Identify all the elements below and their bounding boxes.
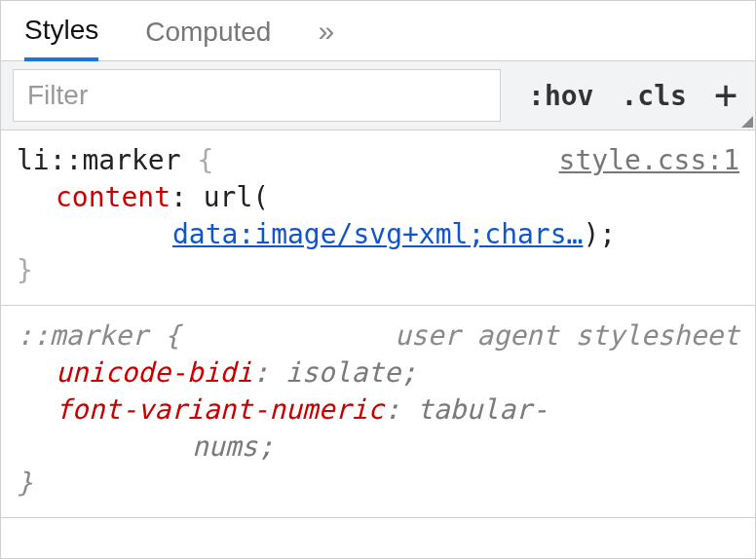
css-declaration[interactable]: content: url(	[56, 179, 739, 216]
semicolon: ;	[257, 430, 274, 463]
data-url-value: data:image/svg+xml;chars…	[172, 218, 583, 250]
cls-button[interactable]: .cls	[621, 80, 686, 112]
styles-panel: Styles Computed » :hov .cls + li::marker…	[0, 0, 756, 559]
more-icon[interactable]	[741, 116, 753, 128]
rule-props: content: url( data:image/svg+xml;chars…)…	[17, 179, 739, 253]
filter-input[interactable]	[13, 69, 501, 122]
new-style-rule-button[interactable]: +	[714, 75, 737, 116]
rule-block: ::marker { user agent stylesheet unicode…	[1, 306, 755, 518]
colon: :	[384, 393, 400, 426]
css-property-value: tabular-	[417, 393, 548, 426]
rule-props: unicode-bidi: isolate; font-variant-nume…	[17, 354, 739, 465]
css-property-value-cont: nums	[192, 430, 257, 463]
css-selector[interactable]: ::marker	[17, 319, 148, 352]
styles-toolbar: :hov .cls +	[1, 61, 755, 130]
colon: :	[252, 356, 269, 389]
toolbar-right: :hov .cls +	[501, 61, 755, 130]
hov-button[interactable]: :hov	[528, 80, 593, 112]
source-link[interactable]: style.css:1	[559, 142, 739, 179]
css-declaration[interactable]: font-variant-numeric: tabular-	[56, 391, 739, 429]
rule-header: li::marker { style.css:1	[17, 142, 739, 179]
rule-block: li::marker { style.css:1 content: url( d…	[1, 130, 755, 306]
data-url-link[interactable]: data:image/svg+xml;chars…);	[56, 216, 739, 253]
rules-list: li::marker { style.css:1 content: url( d…	[1, 130, 755, 558]
tab-computed[interactable]: Computed	[145, 3, 271, 59]
url-keyword: url(	[204, 181, 269, 213]
tab-styles[interactable]: Styles	[24, 1, 98, 61]
css-selector[interactable]: li::marker	[17, 144, 181, 176]
semicolon: ;	[400, 356, 417, 389]
css-declaration[interactable]: unicode-bidi: isolate;	[56, 354, 739, 391]
tabs-overflow-icon[interactable]: »	[318, 15, 334, 48]
brace-open: {	[197, 144, 213, 176]
tabbar: Styles Computed »	[1, 1, 755, 61]
css-property-name: content	[56, 181, 170, 213]
user-agent-label: user agent stylesheet	[395, 317, 739, 354]
brace-close: }	[17, 254, 33, 286]
rule-header: ::marker { user agent stylesheet	[17, 317, 739, 354]
css-property-name: unicode-bidi	[56, 356, 252, 389]
css-property-value: isolate	[285, 356, 400, 389]
brace-open: {	[165, 319, 181, 352]
brace-close: }	[17, 466, 33, 499]
css-property-name: font-variant-numeric	[56, 393, 384, 426]
url-close: );	[583, 216, 616, 253]
